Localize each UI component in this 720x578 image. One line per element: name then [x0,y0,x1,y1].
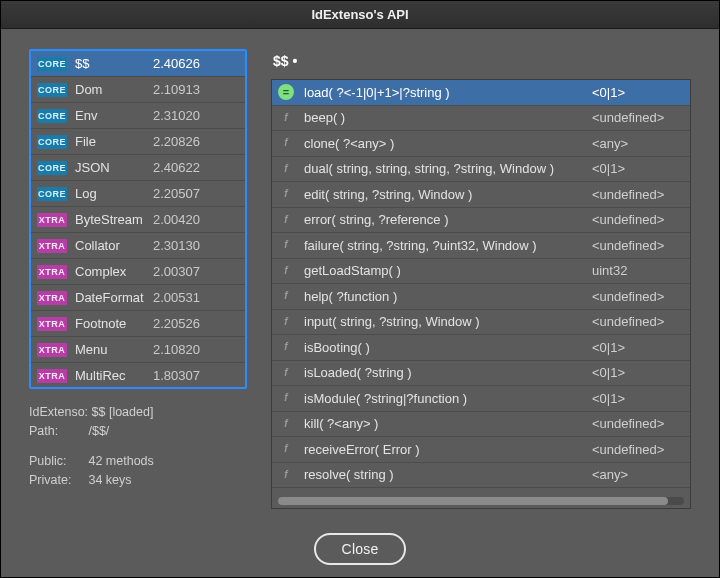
method-signature: error( string, ?reference ) [304,212,592,227]
module-name: Footnote [75,316,153,331]
method-list[interactable]: =load( ?<-1|0|+1>|?string )<0|1>fbeep( )… [271,79,691,509]
method-return-type: <undefined> [592,110,682,125]
module-version: 2.00420 [153,212,200,227]
method-return-type: <any> [592,467,682,482]
method-row[interactable]: =load( ?<-1|0|+1>|?string )<0|1> [272,80,690,106]
xtra-badge-icon: XTRA [37,369,67,383]
method-signature: clone( ?<any> ) [304,136,592,151]
method-return-type: <undefined> [592,416,682,431]
core-badge-icon: CORE [37,83,67,97]
method-row[interactable]: fedit( string, ?string, Window )<undefin… [272,182,690,208]
xtra-badge-icon: XTRA [37,343,67,357]
module-version: 2.31020 [153,108,200,123]
module-row[interactable]: XTRAFootnote2.20526 [31,311,245,337]
module-name: DateFormat [75,290,153,305]
module-row[interactable]: XTRAMenu2.10820 [31,337,245,363]
method-signature: failure( string, ?string, ?uint32, Windo… [304,238,592,253]
module-version: 2.00307 [153,264,200,279]
method-row[interactable]: fisModule( ?string|?function )<0|1> [272,386,690,412]
method-return-type: <undefined> [592,289,682,304]
method-signature: beep( ) [304,110,592,125]
breadcrumb: $$ • [271,49,691,79]
method-row[interactable]: fkill( ?<any> )<undefined> [272,412,690,438]
method-signature: resolve( string ) [304,467,592,482]
module-version: 2.20826 [153,134,200,149]
module-row[interactable]: XTRAByteStream2.00420 [31,207,245,233]
method-row[interactable]: fgetLoadStamp( )uint32 [272,259,690,285]
module-name: Menu [75,342,153,357]
method-signature: edit( string, ?string, Window ) [304,187,592,202]
method-row[interactable]: ferror( string, ?reference )<undefined> [272,208,690,234]
module-version: 2.40626 [153,56,200,71]
module-row[interactable]: COREJSON2.40622 [31,155,245,181]
module-info: IdExtenso: $$ [loaded] Path: /$$/ Public… [29,403,247,491]
info-private-label: Private: [29,471,85,490]
function-icon: f [278,263,294,279]
module-row[interactable]: CORELog2.20507 [31,181,245,207]
method-return-type: <undefined> [592,238,682,253]
method-row[interactable]: fresolve( string )<any> [272,463,690,489]
function-icon: f [278,288,294,304]
scrollbar-thumb[interactable] [278,497,668,505]
xtra-badge-icon: XTRA [37,317,67,331]
method-return-type: <0|1> [592,365,682,380]
module-name: JSON [75,160,153,175]
module-name: Env [75,108,153,123]
method-row[interactable]: fhelp( ?function )<undefined> [272,284,690,310]
method-return-type: <0|1> [592,85,682,100]
function-icon: f [278,416,294,432]
function-icon: f [278,237,294,253]
function-icon: f [278,110,294,126]
xtra-badge-icon: XTRA [37,291,67,305]
method-return-type: <undefined> [592,212,682,227]
api-dialog: IdExtenso's API CORE$$2.40626COREDom2.10… [0,0,720,578]
info-line-1: IdExtenso: $$ [loaded] [29,403,247,422]
method-selected-icon: = [278,84,294,100]
core-badge-icon: CORE [37,57,67,71]
core-badge-icon: CORE [37,109,67,123]
module-row[interactable]: XTRADateFormat2.00531 [31,285,245,311]
method-row[interactable]: finput( string, ?string, Window )<undefi… [272,310,690,336]
module-row[interactable]: COREEnv2.31020 [31,103,245,129]
dialog-body: CORE$$2.40626COREDom2.10913COREEnv2.3102… [1,29,719,577]
module-row[interactable]: XTRAMultiRec1.80307 [31,363,245,389]
function-icon: f [278,135,294,151]
module-version: 2.40622 [153,160,200,175]
method-return-type: <0|1> [592,340,682,355]
method-return-type: <0|1> [592,161,682,176]
method-signature: input( string, ?string, Window ) [304,314,592,329]
function-icon: f [278,212,294,228]
method-signature: load( ?<-1|0|+1>|?string ) [304,85,592,100]
module-name: MultiRec [75,368,153,383]
window-title: IdExtenso's API [1,1,719,29]
function-icon: f [278,390,294,406]
horizontal-scrollbar[interactable] [278,497,684,505]
method-row[interactable]: fclone( ?<any> )<any> [272,131,690,157]
module-row[interactable]: XTRAComplex2.00307 [31,259,245,285]
method-row[interactable]: freceiveError( Error )<undefined> [272,437,690,463]
method-return-type: <undefined> [592,187,682,202]
module-version: 2.20526 [153,316,200,331]
module-row[interactable]: XTRACollator2.30130 [31,233,245,259]
method-signature: getLoadStamp( ) [304,263,592,278]
method-row[interactable]: fdual( string, string, string, ?string, … [272,157,690,183]
close-button[interactable]: Close [314,533,406,565]
method-row[interactable]: fisLoaded( ?string )<0|1> [272,361,690,387]
module-version: 2.10913 [153,82,200,97]
module-row[interactable]: CORE$$2.40626 [31,51,245,77]
function-icon: f [278,186,294,202]
method-row[interactable]: fbeep( )<undefined> [272,106,690,132]
module-row[interactable]: COREFile2.20826 [31,129,245,155]
module-row[interactable]: COREDom2.10913 [31,77,245,103]
function-icon: f [278,467,294,483]
module-name: File [75,134,153,149]
module-name: Log [75,186,153,201]
method-row[interactable]: fisBooting( )<0|1> [272,335,690,361]
method-signature: help( ?function ) [304,289,592,304]
module-list[interactable]: CORE$$2.40626COREDom2.10913COREEnv2.3102… [29,49,247,389]
core-badge-icon: CORE [37,135,67,149]
module-name: Collator [75,238,153,253]
info-path-label: Path: [29,422,85,441]
method-row[interactable]: ffailure( string, ?string, ?uint32, Wind… [272,233,690,259]
method-return-type: <0|1> [592,391,682,406]
